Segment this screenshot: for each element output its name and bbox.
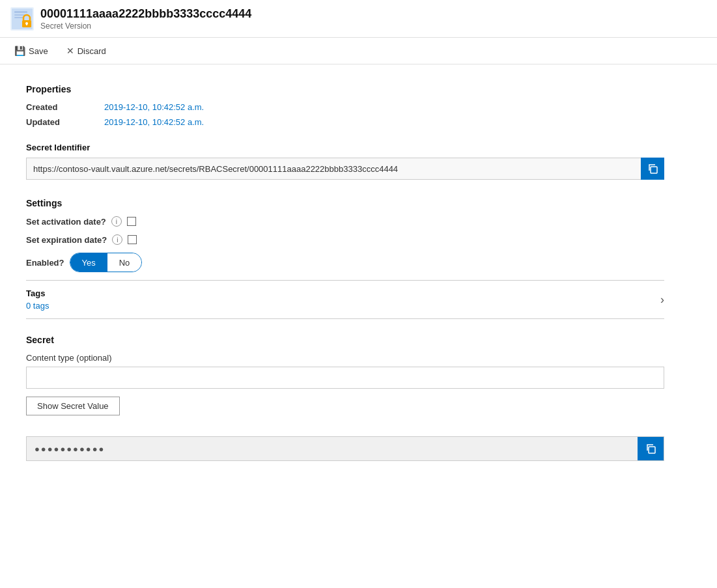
- activation-checkbox[interactable]: [127, 217, 136, 226]
- secret-section: Secret Content type (optional) Show Secr…: [26, 335, 664, 426]
- toggle-no[interactable]: No: [107, 253, 142, 272]
- content-type-label: Content type (optional): [26, 353, 664, 363]
- tags-chevron-right-icon: ›: [660, 293, 664, 307]
- copy-secret-button[interactable]: [638, 437, 664, 460]
- expiration-checkbox[interactable]: [128, 235, 137, 244]
- page-header: 00001111aaaa2222bbbb3333cccc4444 Secret …: [0, 0, 717, 38]
- show-secret-button[interactable]: Show Secret Value: [26, 397, 120, 415]
- copy-secret-icon: [645, 443, 656, 454]
- expiration-info-icon[interactable]: i: [112, 234, 122, 245]
- discard-button[interactable]: ✕ Discard: [63, 43, 110, 59]
- properties-title: Properties: [26, 84, 664, 94]
- toolbar: 💾 Save ✕ Discard: [0, 38, 717, 64]
- copy-identifier-button[interactable]: [641, 158, 664, 180]
- page-title: 00001111aaaa2222bbbb3333cccc4444: [40, 7, 251, 21]
- svg-rect-9: [649, 447, 655, 453]
- svg-rect-8: [651, 167, 657, 173]
- expiration-row: Set expiration date? i: [26, 234, 664, 245]
- tags-count: 0 tags: [26, 301, 49, 311]
- identifier-row: [26, 158, 664, 180]
- content-type-input[interactable]: [26, 367, 664, 389]
- svg-rect-7: [26, 23, 27, 25]
- save-button[interactable]: 💾 Save: [10, 43, 52, 59]
- identifier-section: Secret Identifier: [26, 143, 664, 180]
- created-value: 2019-12-10, 10:42:52 a.m.: [104, 102, 204, 112]
- expiration-label: Set expiration date?: [26, 235, 107, 245]
- updated-label: Updated: [26, 117, 104, 127]
- discard-label: Discard: [77, 46, 106, 56]
- identifier-input[interactable]: [26, 158, 641, 180]
- created-label: Created: [26, 102, 104, 112]
- updated-value: 2019-12-10, 10:42:52 a.m.: [104, 117, 204, 127]
- toggle-switch[interactable]: Yes No: [70, 253, 143, 272]
- save-icon: 💾: [14, 46, 25, 56]
- header-title-block: 00001111aaaa2222bbbb3333cccc4444 Secret …: [40, 7, 251, 31]
- enabled-label: Enabled?: [26, 258, 64, 268]
- secret-value-row: ●●●●●●●●●●●: [26, 436, 664, 461]
- settings-section: Settings Set activation date? i Set expi…: [26, 198, 664, 272]
- updated-row: Updated 2019-12-10, 10:42:52 a.m.: [26, 117, 664, 127]
- toggle-yes[interactable]: Yes: [70, 253, 107, 272]
- svg-rect-2: [14, 11, 27, 13]
- secret-version-icon: [10, 7, 34, 31]
- tags-title: Tags: [26, 288, 49, 298]
- activation-label: Set activation date?: [26, 217, 106, 227]
- activation-info-icon[interactable]: i: [111, 216, 122, 227]
- tags-left: Tags 0 tags: [26, 288, 49, 311]
- created-row: Created 2019-12-10, 10:42:52 a.m.: [26, 102, 664, 112]
- svg-rect-4: [14, 17, 23, 18]
- page-subtitle: Secret Version: [40, 21, 251, 31]
- properties-section: Properties Created 2019-12-10, 10:42:52 …: [26, 84, 664, 127]
- settings-title: Settings: [26, 198, 664, 208]
- tags-section[interactable]: Tags 0 tags ›: [26, 280, 664, 319]
- main-content: Properties Created 2019-12-10, 10:42:52 …: [0, 64, 690, 481]
- copy-icon: [647, 163, 658, 174]
- save-label: Save: [29, 46, 48, 56]
- secret-section-title: Secret: [26, 335, 664, 345]
- identifier-label: Secret Identifier: [26, 143, 664, 152]
- enabled-toggle[interactable]: Yes No: [70, 253, 143, 272]
- discard-icon: ✕: [66, 46, 74, 56]
- secret-masked-value: ●●●●●●●●●●●: [27, 439, 638, 459]
- activation-row: Set activation date? i: [26, 216, 664, 227]
- enabled-row: Enabled? Yes No: [26, 253, 664, 272]
